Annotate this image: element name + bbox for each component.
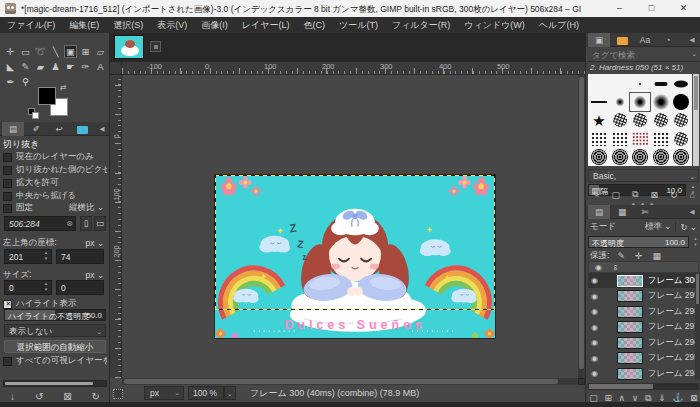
brush-cell-ellipse[interactable] (671, 75, 691, 93)
menu-windows[interactable]: ウィンドウ(W) (457, 17, 532, 33)
layer-name[interactable]: フレーム 298 (648, 306, 699, 318)
layer-row[interactable]: ◉フレーム 297 (588, 320, 699, 335)
brush-cell-bar[interactable] (651, 75, 671, 93)
zoom-entry[interactable]: 100 % (188, 386, 224, 400)
layer-thumbnail[interactable] (617, 306, 643, 318)
default-colors-icon[interactable] (28, 108, 40, 120)
eraser-tool-icon[interactable]: ▰ (34, 60, 47, 73)
landscape-orientation-button[interactable]: ▭ (94, 216, 106, 231)
image-tab-thumbnail[interactable] (114, 35, 144, 59)
vertical-ruler[interactable]: 0100200 (110, 75, 122, 378)
quick-mask-toggle[interactable] (113, 389, 123, 399)
menu-colors[interactable]: 色(C) (296, 17, 332, 33)
search-dropdown-icon[interactable]: ⌄ (691, 50, 697, 58)
delete-brush-icon[interactable]: ⊠ (650, 190, 658, 200)
tool-options-scrollbar[interactable] (3, 380, 107, 387)
layer-opacity-slider[interactable]: 不透明度 100.0 (588, 236, 689, 248)
brush-set-dropdown[interactable]: Basic,⌄ (588, 169, 699, 182)
brush-cell-empty[interactable] (610, 75, 630, 93)
channels-tab[interactable]: ▦ (611, 205, 633, 219)
layer-name[interactable]: フレーム 297 (648, 321, 699, 333)
shrink-to-selection-button[interactable]: 選択範囲の自動縮小 (4, 340, 106, 353)
crop-option-checkbox[interactable] (3, 179, 12, 188)
unified-transform-tool-icon[interactable]: ⊞ (79, 45, 92, 58)
layer-visibility-eye-icon[interactable]: ◉ (588, 292, 601, 301)
layer-visibility-eye-icon[interactable]: ◉ (588, 307, 601, 316)
layer-visibility-eye-icon[interactable]: ◉ (588, 369, 601, 378)
horizontal-ruler[interactable]: -1000100200300400500 (122, 62, 585, 75)
brush-cell-speckle[interactable] (651, 130, 671, 148)
menu-file[interactable]: ファイル(F) (0, 17, 62, 33)
brush-cell-speckle[interactable] (589, 130, 609, 148)
layers-dock-menu-icon[interactable]: ◀ (687, 207, 697, 217)
fonts-tab[interactable]: Aa (634, 33, 656, 47)
brush-cell-splat[interactable] (651, 111, 671, 129)
close-button[interactable]: ✕ (669, 0, 698, 17)
lock-pixels-icon[interactable]: ✎ (617, 251, 625, 261)
minimize-button[interactable]: – (605, 0, 634, 17)
clone-tool-icon[interactable]: ♟ (49, 60, 62, 73)
brush-cell-texture[interactable] (610, 148, 630, 166)
layer-thumbnail[interactable] (617, 368, 643, 380)
brush-cell-speckle-red[interactable] (630, 130, 650, 148)
zoom-tool-icon[interactable]: ⚲ (19, 75, 32, 88)
clear-entry-icon[interactable]: ⊗ (66, 219, 73, 228)
layer-name[interactable]: フレーム 300 (648, 275, 699, 287)
lock-alpha-icon[interactable]: ▦ (652, 251, 661, 261)
new-brush-icon[interactable]: ▢ (612, 190, 621, 200)
refresh-brushes-icon[interactable]: ↻ (670, 190, 678, 200)
crop-option-checkbox[interactable] (3, 166, 12, 175)
text-tool-icon[interactable]: A (94, 60, 107, 73)
size-height-spinbox[interactable]: 0 (56, 280, 104, 295)
layer-row[interactable]: ◉フレーム 299 (588, 289, 699, 304)
size-width-spinbox[interactable]: 0▲▼ (4, 280, 52, 295)
reset-tool-options-icon[interactable]: ↻ (92, 391, 100, 402)
brush-search-row[interactable]: タグで検索 ⌄ (588, 49, 699, 62)
mode-dropdown[interactable]: 標準 ⌄ (645, 221, 671, 233)
lock-position-icon[interactable]: ✛ (635, 251, 643, 261)
aspect-ratio-entry[interactable]: 506:284 ⊗ (4, 216, 76, 231)
opacity-stepper[interactable]: ▲▼ (691, 236, 700, 248)
move-tool-icon[interactable]: ✛ (4, 45, 17, 58)
unit-dropdown[interactable]: px⌄ (144, 386, 184, 400)
brush-cell-splat[interactable] (630, 111, 650, 129)
layer-row[interactable]: ◉フレーム 295 (588, 351, 699, 366)
smudge-tool-icon[interactable]: ☛ (64, 60, 77, 73)
brush-cell-empty[interactable] (589, 75, 609, 93)
layer-thumbnail[interactable] (617, 352, 643, 364)
crop-option-checkbox[interactable] (3, 153, 12, 162)
position-y-spinbox[interactable]: 74 (56, 249, 104, 264)
crop-option-checkbox[interactable] (3, 192, 12, 201)
canvas-horizontal-scrollbar[interactable] (122, 378, 578, 385)
brush-cell-soft-m-sel[interactable] (630, 93, 650, 111)
brushes-tab[interactable]: ▣ (588, 33, 610, 47)
brush-cell-texture[interactable] (671, 148, 691, 166)
menu-help[interactable]: ヘルプ(H) (532, 17, 586, 33)
menu-edit[interactable]: 編集(E) (62, 17, 106, 33)
brush-cell-disc[interactable] (671, 93, 691, 111)
brush-cell-splat[interactable] (671, 130, 691, 148)
canvas-navigation-icon[interactable] (578, 378, 585, 385)
canvas-viewport[interactable]: Z Z z D (122, 75, 578, 378)
device-status-tab[interactable]: ✐ (25, 122, 47, 136)
layers-vertical-scrollbar[interactable] (695, 273, 700, 380)
brush-cell-soft-l[interactable] (651, 93, 671, 111)
foreground-color-swatch[interactable] (38, 87, 56, 105)
crop-tool-icon[interactable]: ▣ (64, 45, 77, 58)
edit-brush-icon[interactable]: ✎ (592, 190, 600, 200)
menu-filters[interactable]: フィルター(R) (385, 17, 457, 33)
bucket-fill-tool-icon[interactable]: ◣ (4, 60, 17, 73)
brush-grid-scrollbar[interactable] (693, 74, 699, 166)
highlight-opacity-slider[interactable]: ハイライトの不透明度 50.0 (4, 309, 106, 321)
layer-name[interactable]: フレーム 294 (648, 368, 699, 380)
measure-tool-icon[interactable]: ╲ (49, 45, 62, 58)
swap-colors-icon[interactable]: ⇄ (60, 83, 67, 92)
guides-dropdown[interactable]: 表示しない⌄ (4, 324, 106, 337)
paths-tab[interactable]: ✄ (634, 205, 656, 219)
brush-cell-texture[interactable] (651, 148, 671, 166)
brush-cell-texture[interactable] (589, 148, 609, 166)
all-visible-layers-checkbox[interactable] (3, 357, 12, 366)
shear-tool-icon[interactable]: ▱ (94, 45, 107, 58)
brush-cell-splat[interactable] (610, 111, 630, 129)
size-unit-dropdown[interactable]: px ⌄ (86, 270, 104, 280)
